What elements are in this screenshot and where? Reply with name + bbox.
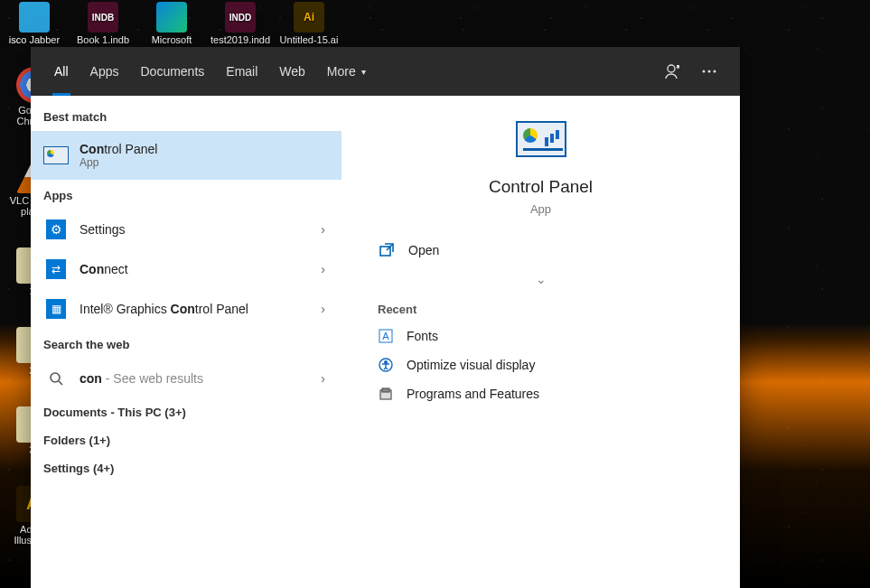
tab-web[interactable]: Web (268, 47, 316, 96)
tab-all[interactable]: All (43, 47, 80, 96)
result-intel-graphics[interactable]: ▦ Intel® Graphics Control Panel › (31, 289, 341, 329)
control-panel-icon (43, 143, 69, 168)
accessibility-icon (378, 357, 394, 373)
category-documents[interactable]: Documents - This PC (3+) (31, 398, 341, 426)
chevron-right-icon: › (321, 302, 329, 316)
section-search-web: Search the web (31, 329, 341, 359)
search-panel: All Apps Documents Email Web More▾ Best … (31, 47, 740, 588)
svg-point-1 (703, 70, 706, 73)
preview-title: Control Panel (489, 177, 593, 197)
chevron-right-icon: › (321, 262, 329, 276)
result-web-search[interactable]: con - See web results › (31, 359, 341, 398)
expand-chevron-icon[interactable]: ⌄ (378, 272, 704, 286)
svg-rect-12 (382, 388, 389, 392)
feedback-icon[interactable] (655, 53, 691, 89)
svg-point-0 (668, 65, 675, 72)
svg-point-4 (51, 373, 60, 382)
preview-app-icon (516, 121, 566, 157)
search-tabbar: All Apps Documents Email Web More▾ (31, 47, 740, 96)
result-subtitle: App (80, 156, 329, 169)
svg-text:A: A (382, 331, 389, 341)
chevron-right-icon: › (321, 371, 329, 386)
preview-subtitle: App (530, 202, 551, 216)
result-control-panel[interactable]: Control Panel App (31, 131, 341, 180)
recent-fonts[interactable]: A Fonts (341, 322, 740, 350)
recent-optimize-display[interactable]: Optimize visual display (341, 350, 740, 379)
search-icon (43, 366, 69, 391)
tab-apps[interactable]: Apps (80, 47, 130, 96)
category-folders[interactable]: Folders (1+) (31, 426, 341, 454)
result-settings[interactable]: ⚙ Settings › (31, 210, 341, 249)
tab-more[interactable]: More▾ (316, 47, 377, 96)
fonts-icon: A (378, 328, 394, 344)
preview-pane: Control Panel App Open ⌄ Recent A Fonts (341, 96, 740, 588)
chevron-down-icon: ▾ (361, 67, 366, 77)
svg-line-5 (59, 381, 62, 385)
category-settings[interactable]: Settings (4+) (31, 454, 341, 482)
programs-icon (378, 386, 394, 402)
section-best-match: Best match (31, 101, 341, 131)
settings-icon: ⚙ (43, 217, 69, 242)
more-options-icon[interactable] (691, 53, 727, 89)
tab-email[interactable]: Email (215, 47, 268, 96)
results-list: Best match Control Panel App Apps ⚙ Sett… (31, 96, 341, 588)
recent-header: Recent (341, 286, 453, 322)
tab-documents[interactable]: Documents (129, 47, 215, 96)
section-apps: Apps (31, 180, 341, 210)
svg-point-2 (708, 70, 711, 73)
connect-icon: ⇄ (43, 257, 69, 282)
chevron-right-icon: › (321, 222, 329, 237)
svg-point-10 (385, 361, 388, 364)
result-connect[interactable]: ⇄ Connect › (31, 249, 341, 289)
action-open[interactable]: Open (378, 234, 704, 266)
result-title: Control Panel (80, 142, 329, 156)
recent-programs-features[interactable]: Programs and Features (341, 379, 740, 408)
svg-point-3 (714, 70, 716, 73)
open-icon (378, 241, 396, 259)
intel-icon: ▦ (43, 296, 69, 322)
